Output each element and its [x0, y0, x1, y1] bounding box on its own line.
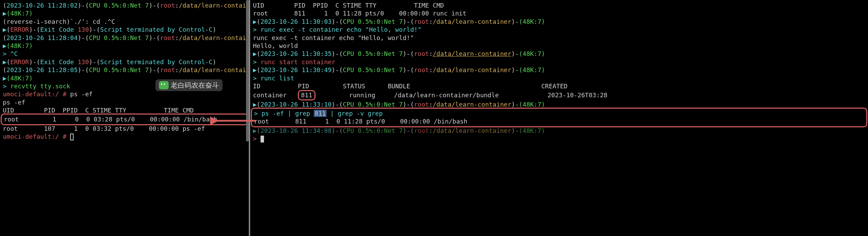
- error-line: ▶(ERROR)-(Exit Code 130)-(Script termina…: [3, 26, 246, 33]
- ctrl-c: > ^C: [3, 50, 246, 58]
- prompt-line: ▶(2023-10-26 11:30:35)-(CPU 0.5%:0:Net 7…: [253, 50, 865, 58]
- watermark-badge: 老白码农在奋斗: [155, 79, 223, 91]
- prompt-tail: ▶(48K:7): [3, 9, 246, 17]
- terminal-left[interactable]: (2023-10-26 11:28:02)-(CPU 0.5%:0:Net 7)…: [0, 0, 249, 236]
- cursor-icon: [70, 134, 74, 140]
- prompt-empty[interactable]: >: [253, 135, 865, 142]
- cmd-runc-start: > runc start container: [253, 58, 865, 66]
- runc-list-row: container 811 running /data/learn-contai…: [253, 90, 865, 100]
- prompt-line: ▶(2023-10-26 11:30:49)-(CPU 0.5%:0:Net 7…: [253, 66, 865, 74]
- watermark-text: 老白码农在奋斗: [171, 81, 219, 90]
- cmd-runc-list: > runc list: [253, 74, 865, 82]
- terminal-right[interactable]: UID PID PPID C STIME TTY TIME CMD root 8…: [249, 0, 868, 236]
- error-line: ▶(ERROR)-(Exit Code 130)-(Script termina…: [3, 58, 246, 66]
- prompt-line: ▶(2023-10-26 11:30:03)-(CPU 0.5%:0:Net 7…: [253, 18, 865, 26]
- reverse-search: (reverse-i-search)`./': cd .^C: [3, 18, 246, 26]
- ps-row: root 107 1 0 03:32 pts/0 00:00:00 ps -ef: [3, 125, 246, 132]
- prompt-line: ▶(2023-10-26 11:33:10)-(CPU 0.5%:0:Net 7…: [253, 100, 865, 108]
- cmd-ps-grep: > ps -ef | grep 811 | grep -v grep: [254, 109, 864, 117]
- prompt-line: (2023-10-26 11:28:02)-(CPU 0.5%:0:Net 7)…: [3, 1, 246, 9]
- ps-header: UID PID PPID C STIME TTY TIME CMD: [3, 106, 246, 114]
- cursor-icon: [261, 136, 264, 142]
- grep-output: root 811 1 0 11:28 pts/0 00:00:00 /bin/b…: [254, 117, 864, 125]
- scrollbar-left[interactable]: [246, 0, 249, 141]
- ps-row-highlighted: root 1 0 0 03:28 pts/0 00:00:00 /bin/bas…: [1, 114, 248, 125]
- output: Hello, world: [253, 42, 865, 50]
- pid-highlight: 811: [298, 90, 315, 100]
- ps-echo: ps -ef: [3, 98, 246, 106]
- echo: runc exec -t container echo "Hello, worl…: [253, 34, 865, 42]
- inner-prompt-empty[interactable]: umoci-default:/ #: [3, 132, 246, 140]
- prompt-tail: ▶(48K:7): [3, 42, 246, 50]
- cmd-runc-exec: > runc exec -t container echo "Hello, wo…: [253, 26, 865, 33]
- inner-prompt: umoci-default:/ # ps -ef: [3, 90, 246, 98]
- ps-header: UID PID PPID C STIME TTY TIME CMD: [253, 1, 865, 9]
- prompt-line: (2023-10-26 11:28:05)-(CPU 0.5%:0:Net 7)…: [3, 66, 246, 74]
- wechat-icon: [159, 81, 169, 89]
- runc-list-header: ID PID STATUS BUNDLE CREATED: [253, 82, 865, 90]
- grep-block-highlighted: > ps -ef | grep 811 | grep -v grep root …: [251, 108, 867, 127]
- ps-row: root 811 1 0 11:28 pts/0 00:00:00 runc i…: [253, 9, 865, 17]
- prompt-line: ▶(2023-10-26 11:34:08)-(CPU 0.5%:0:Net 7…: [253, 127, 865, 135]
- prompt-line: (2023-10-26 11:28:04)-(CPU 0.5%:0:Net 7)…: [3, 34, 246, 42]
